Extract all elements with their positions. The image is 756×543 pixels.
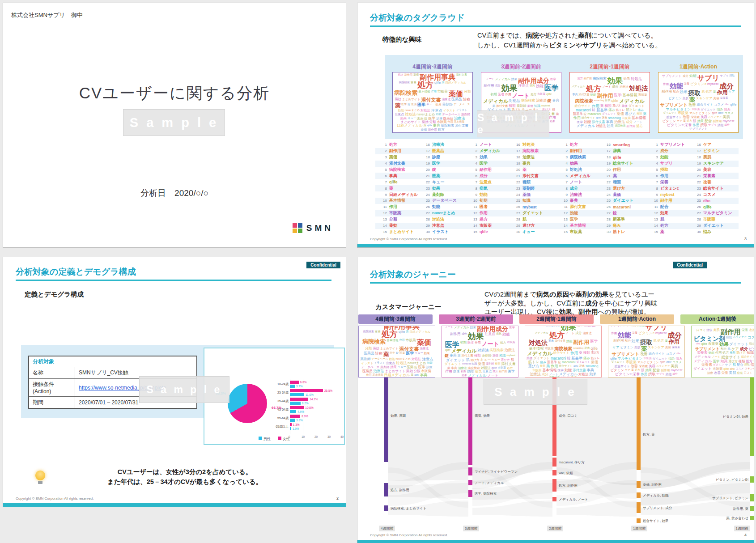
rank-item: 3薬価 <box>380 154 423 161</box>
cloud-word: 初期 <box>460 341 467 348</box>
rank-word: 基本情報 <box>570 223 586 229</box>
cloud-word: ノート <box>549 373 558 377</box>
cloud-word: 医学 <box>509 326 515 332</box>
rank-word: 市販薬 <box>389 210 401 216</box>
stage-header: 3週間前-2週間前 <box>439 314 513 324</box>
rank-item: 9効能 <box>470 191 513 198</box>
cloud-word: 美肌 <box>729 371 736 375</box>
rank-item: 13処方 <box>470 216 513 223</box>
cloud-word: 作用 <box>663 82 669 90</box>
sample-watermark: S a m p l e <box>139 376 229 403</box>
sankey-node-label: 総合サイト, 効果 <box>643 519 668 523</box>
cloud-word: 成分 <box>667 331 682 339</box>
rank-number: 18 <box>603 155 611 159</box>
rank-word: mybest <box>522 205 537 209</box>
rank-column: 16smartlog17辞典18qlife19総合サイト20作用21薬22種類2… <box>603 142 646 235</box>
table-row-label: 名称 <box>29 367 75 379</box>
male-value: 1.0% <box>293 427 299 430</box>
cloud-word: まとめサイト <box>402 98 420 103</box>
rank-item: 6メディカル <box>561 173 603 179</box>
cloud-word: 総合サイト <box>697 103 713 108</box>
rank-word: 効果 <box>480 154 488 160</box>
cloud-word: 薬 <box>665 339 668 346</box>
rank-word: 美容 <box>703 167 711 173</box>
rank-item: 20美容 <box>694 167 737 173</box>
rank-item: 4サプリ <box>651 161 694 167</box>
age-group-label: 25-34歳 <box>270 391 289 394</box>
cloud-word: 日経メディカル <box>409 330 430 339</box>
cloud-word: 効果 <box>680 90 687 97</box>
sankey-node-label: マイナビ, マイナビウーマン <box>475 470 518 474</box>
rank-item: 5病院検索 <box>380 167 423 173</box>
rank-word: 処方 <box>480 216 488 222</box>
male-swatch-icon <box>259 437 262 440</box>
description-segment: 薬剤 <box>578 32 591 39</box>
word-cloud: 処方副作用薬価副作用事典添付文書病院検索事典処方qlife薬日経メディカル病院検… <box>392 72 473 133</box>
cloud-word: ケア <box>613 346 620 352</box>
rank-word: 効果 <box>570 161 578 166</box>
rank-word: 種類 <box>522 179 531 185</box>
cloud-word: 作用 <box>399 339 404 346</box>
rank-word: 選び方 <box>522 223 535 229</box>
rank-item: 16smartlog <box>603 142 646 148</box>
cloud-word: 知識 <box>534 104 540 108</box>
cloud-word: ダイエット <box>611 361 625 365</box>
rank-item: 29ダイエット <box>694 223 737 229</box>
cloud-word: 効果 <box>624 77 630 85</box>
cloud-word: 悩み <box>751 363 754 367</box>
cloud-word: ケア <box>728 90 735 97</box>
cloud-word: メディカル <box>577 124 595 128</box>
rank-group: 1サプリメント2成分3効能4サプリ5摂取6作用7栄養8ビタミンc9mybest1… <box>651 142 737 235</box>
cloud-word: 副作用 <box>369 326 377 330</box>
rank-item: 25データベース <box>423 198 466 204</box>
rank-item: 24コスメ <box>694 191 737 198</box>
cloud-word: 対処法 <box>481 366 491 370</box>
description-segment: しかし、CV1週間前から <box>477 42 549 49</box>
cloud-word: 医学 <box>508 370 515 374</box>
cloud-word: 成分 <box>683 74 688 82</box>
legend-label: 男性 <box>263 437 271 441</box>
rank-item: 30筋トレ <box>603 229 646 235</box>
cloud-word: 注意点 <box>518 84 529 93</box>
analysis-date: 分析日 2020/○/○ <box>3 187 346 199</box>
rank-word: 効能 <box>480 192 488 198</box>
rank-number: 8 <box>470 187 477 191</box>
journey-cloud-row: 処方副作用薬価副作用事典添付文書病院検索事典処方qlife薬日経メディカル病院検… <box>358 326 754 378</box>
cloud-word: 医学 <box>390 352 395 357</box>
cloud-word: qlife <box>492 366 497 370</box>
cloud-word: qlife <box>399 330 405 339</box>
smn-logo: SMN <box>293 223 333 233</box>
cloud-word: データベース <box>372 357 388 361</box>
male-bar <box>290 419 295 422</box>
rank-number: 2 <box>651 149 658 153</box>
cloud-word: 痛み <box>583 356 590 361</box>
rank-word: 薬効 <box>389 223 397 229</box>
male-bar <box>290 385 295 388</box>
sankey-axis-label: 2週間前 <box>547 526 563 531</box>
rank-word: データベース <box>432 198 457 204</box>
cloud-period-header: 4週間前-3週間前 <box>392 63 473 71</box>
cloud-word: イラスト <box>361 361 373 365</box>
cloud-word: 摂取 <box>677 326 683 331</box>
rank-word: ノート <box>570 179 582 185</box>
sankey-node-label: 処方, 薬 <box>643 433 655 437</box>
cloud-word: 効能 <box>666 373 671 377</box>
rank-word: 筋トレ <box>613 229 625 235</box>
cloud-word: ノート <box>602 85 611 93</box>
rank-number: 5 <box>470 168 477 172</box>
rank-item: 9日経メディカル <box>380 191 423 198</box>
rank-item: 24薬価 <box>513 191 556 198</box>
slide-title-text: 分析対象のタグクラウド <box>370 12 465 24</box>
rank-item: 28肌 <box>513 216 556 223</box>
cloud-word: 薬 <box>713 90 716 97</box>
rank-word: 効果 <box>660 210 668 216</box>
rank-item: 18診療 <box>423 154 466 161</box>
slide-tagcloud: 分析対象のタグクラウド 特徴的な興味 CV直前までは、病院や処方された薬剤につい… <box>357 3 754 248</box>
rank-number: 5 <box>651 168 658 172</box>
rank-word: 副作用 <box>480 167 492 173</box>
cloud-word: 成分 <box>631 326 637 331</box>
cloud-word: 処方 <box>571 376 578 378</box>
slide-demographics: Confidential 分析対象の定義とデモグラ構成 定義とデモグラ構成 分析… <box>3 257 346 507</box>
cloud-word: qlife <box>427 124 432 128</box>
rank-item: 22種類 <box>603 179 646 185</box>
